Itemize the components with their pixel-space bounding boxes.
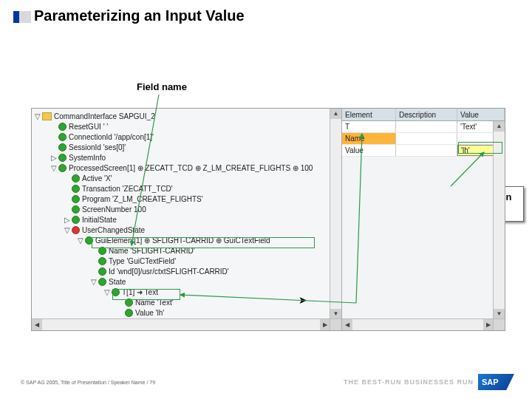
prop-description xyxy=(396,145,457,156)
cursor-icon: ➤ xyxy=(299,294,307,306)
node-icon xyxy=(125,309,133,317)
property-row[interactable]: Value'lh' xyxy=(342,145,505,157)
scroll-left-icon: ◀ xyxy=(345,322,349,328)
tree-row[interactable]: ▷SystemInfo xyxy=(33,152,340,163)
footer-copyright: © SAP AG 2005, Title of Presentation / S… xyxy=(21,380,155,385)
tree-row[interactable]: Id 'wnd[0]/usr/ctxtSFLIGHT-CARRID' xyxy=(33,266,340,276)
scroll-up-icon: ▲ xyxy=(497,123,502,129)
node-icon xyxy=(72,195,80,203)
sap-logo-icon: SAP xyxy=(478,374,514,390)
property-row[interactable]: T'Text' xyxy=(342,121,505,133)
tree-row[interactable]: Type 'GuiCTextField' xyxy=(33,256,340,266)
sap-editor-panel: ▽CommandInterface SAPGUI_2ResetGUI ' 'Co… xyxy=(31,108,505,331)
tree-row[interactable]: Program 'Z_LM_CREATE_FLIGHTS' xyxy=(33,194,340,204)
tree-row[interactable]: SessionId 'ses[0]' xyxy=(33,142,340,152)
props-horizontal-scrollbar[interactable]: ◀ ▶ xyxy=(342,318,494,330)
prop-description xyxy=(396,133,457,144)
tree-pane: ▽CommandInterface SAPGUI_2ResetGUI ' 'Co… xyxy=(32,109,342,330)
tree-row[interactable]: ConnectionId '/app/con[1]' xyxy=(33,132,340,142)
property-row[interactable]: Name xyxy=(342,133,505,145)
page-title: Parameterizing an Input Value xyxy=(34,7,245,24)
scroll-right-icon: ▶ xyxy=(486,322,491,328)
tree-row[interactable]: ResetGUI ' ' xyxy=(33,121,340,132)
tree-root[interactable]: ▽CommandInterface SAPGUI_2 xyxy=(33,111,340,121)
node-icon xyxy=(58,154,66,162)
node-icon xyxy=(98,257,106,265)
tree-horizontal-scrollbar[interactable]: ◀ ▶ xyxy=(32,318,330,330)
tree-vertical-scrollbar[interactable]: ▲ ▼ xyxy=(330,109,341,319)
node-icon xyxy=(72,216,80,224)
node-icon xyxy=(72,185,80,193)
prop-description xyxy=(396,121,457,132)
tree-row[interactable]: ▽UserChangedState xyxy=(33,225,340,235)
scroll-corner xyxy=(493,318,505,330)
scroll-up-icon: ▲ xyxy=(333,111,339,117)
scroll-corner xyxy=(330,318,341,330)
node-icon xyxy=(98,247,106,255)
tree-row[interactable]: ▷InitialState xyxy=(33,214,340,225)
prop-element: T xyxy=(342,121,396,132)
node-icon xyxy=(98,278,106,286)
scroll-left-icon: ◀ xyxy=(35,322,39,328)
node-icon xyxy=(72,226,80,234)
props-vertical-scrollbar[interactable]: ▲ ▼ xyxy=(493,121,505,319)
title-bullet xyxy=(13,11,31,23)
tree-row[interactable]: ▽State xyxy=(33,276,340,287)
node-icon xyxy=(85,236,93,245)
prop-element: Value xyxy=(342,145,396,156)
footer-logo-group: THE BEST-RUN BUSINESSES RUN SAP xyxy=(344,374,514,390)
prop-element: Name xyxy=(342,133,396,144)
node-icon xyxy=(112,288,120,296)
tree-row[interactable]: Transaction 'ZECATT_TCD' xyxy=(33,183,340,194)
tree-row[interactable]: ▽GuiElement[1] ⊕ SFLIGHT-CARRID ⊕ GuiCTe… xyxy=(33,235,340,245)
node-icon xyxy=(58,133,66,141)
node-icon xyxy=(125,299,133,307)
col-element: Element xyxy=(342,109,396,120)
scroll-right-icon: ▶ xyxy=(323,322,327,328)
node-icon xyxy=(58,164,66,172)
node-icon xyxy=(58,123,66,131)
scroll-down-icon: ▼ xyxy=(333,311,339,317)
tree-row[interactable]: Active 'X' xyxy=(33,173,340,183)
col-value: Value xyxy=(457,109,505,120)
col-description: Description xyxy=(396,109,457,120)
folder-icon xyxy=(42,112,52,120)
tree-row[interactable]: Value 'lh' xyxy=(33,307,340,318)
properties-pane: Element Description Value T'Text'NameVal… xyxy=(342,109,505,330)
tree-row[interactable]: ▽T[1] ➜ Text xyxy=(33,287,340,297)
tree-row[interactable]: ▽ProcessedScreen[1] ⊕ ZECATT_TCD ⊕ Z_LM_… xyxy=(33,163,340,173)
properties-header: Element Description Value xyxy=(342,109,505,121)
footer-bestrun: THE BEST-RUN BUSINESSES RUN xyxy=(344,378,474,386)
node-icon xyxy=(58,143,66,151)
tree-row[interactable]: ScreenNumber 100 xyxy=(33,204,340,214)
scroll-down-icon: ▼ xyxy=(497,311,502,317)
tree-row[interactable]: Name 'SFLIGHT-CARRID' xyxy=(33,245,340,256)
node-icon xyxy=(72,205,80,214)
callout-field-name: Field name xyxy=(137,81,187,92)
node-icon xyxy=(72,174,80,183)
node-icon xyxy=(98,267,106,276)
tree-row[interactable]: Name 'Text' xyxy=(33,297,340,307)
